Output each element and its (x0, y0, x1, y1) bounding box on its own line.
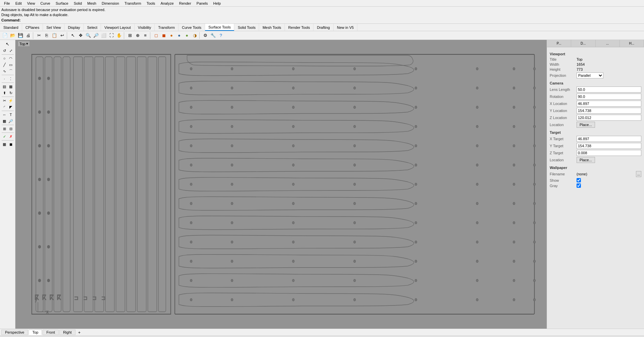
menu-view[interactable]: View (24, 1, 38, 6)
x-target-input[interactable] (577, 136, 641, 142)
arc-icon[interactable]: ◠ (8, 55, 14, 61)
split-icon[interactable]: ⚡ (8, 98, 14, 104)
hatch-icon[interactable]: ▩ (1, 118, 7, 124)
chamfer-icon[interactable]: ◤ (8, 104, 14, 110)
rp-tab-help[interactable]: H... (620, 40, 644, 47)
pan-icon[interactable]: ✋ (115, 32, 123, 39)
tab-render-tools[interactable]: Render Tools (285, 24, 314, 31)
viewport-area[interactable]: Top ▾ (15, 40, 547, 329)
menu-analyze[interactable]: Analyze (158, 1, 176, 6)
line-icon[interactable]: ╱ (1, 62, 7, 68)
tab-display[interactable]: Display (64, 24, 84, 31)
rotate-icon[interactable]: ↺ (1, 48, 7, 54)
select-tool-icon[interactable]: ↖ (1, 41, 14, 47)
tool1-icon[interactable]: ⚙ (202, 32, 209, 39)
menu-solid[interactable]: Solid (71, 1, 85, 6)
lens-length-input[interactable] (577, 87, 641, 93)
surface-pt-icon[interactable]: ▤ (1, 83, 7, 90)
rp-tab-display[interactable]: D... (571, 40, 595, 47)
copy-icon[interactable]: ⎘ (43, 32, 50, 39)
menu-help[interactable]: Help (210, 1, 224, 6)
tab-mesh-tools[interactable]: Mesh Tools (259, 24, 285, 31)
points-icon[interactable]: ⁚ (8, 76, 14, 82)
tab-set-view[interactable]: Set View (43, 24, 64, 31)
menu-tools[interactable]: Tools (144, 1, 158, 6)
menu-mesh[interactable]: Mesh (85, 1, 99, 6)
trim-icon[interactable]: ✂ (1, 98, 7, 104)
open-icon[interactable]: 📂 (9, 32, 16, 39)
tab-drafting[interactable]: Drafting (313, 24, 334, 31)
tab-add[interactable]: + (76, 330, 83, 335)
new-icon[interactable]: 📄 (1, 32, 9, 39)
curve-icon[interactable]: ∿ (1, 68, 7, 74)
tab-surface-tools[interactable]: Surface Tools (205, 24, 234, 31)
print-icon[interactable]: 🖨 (24, 32, 32, 39)
snap-icon[interactable]: ⊕ (134, 32, 141, 39)
projection-select[interactable]: Parallel Perspective (577, 72, 603, 78)
menu-file[interactable]: File (1, 1, 13, 6)
extrude-icon[interactable]: ⬆ (1, 90, 7, 96)
light-icon[interactable]: ● (183, 32, 191, 39)
y-location-input[interactable] (577, 108, 641, 114)
grid-icon[interactable]: ⊞ (126, 32, 134, 39)
zoom-in-icon[interactable]: 🔍 (85, 32, 92, 39)
revolve-icon[interactable]: ↻ (8, 90, 14, 96)
tab-new-in-v5[interactable]: New in V5 (334, 24, 357, 31)
tab-visibility[interactable]: Visibility (135, 24, 155, 31)
polyline-icon[interactable]: ⌒ (8, 68, 14, 74)
z-target-input[interactable] (577, 150, 641, 156)
show-checkbox[interactable] (577, 178, 581, 182)
tab-cplanes[interactable]: CPlanes (22, 24, 43, 31)
circle-icon[interactable]: ○ (1, 55, 7, 61)
tab-front[interactable]: Front (43, 330, 59, 335)
tab-top[interactable]: Top (29, 330, 42, 335)
help-tb-icon[interactable]: ? (217, 32, 225, 39)
mesh1-icon[interactable]: ▦ (1, 141, 7, 147)
zoom-extents-icon[interactable]: ⛶ (108, 32, 115, 39)
tab-curve-tools[interactable]: Curve Tools (179, 24, 205, 31)
menu-surface[interactable]: Surface (53, 1, 71, 6)
paste-icon[interactable]: 📋 (51, 32, 58, 39)
cplane2-icon[interactable]: ⊟ (8, 126, 14, 132)
render-sphere-icon[interactable]: ● (176, 32, 183, 39)
tab-viewport-layout[interactable]: Viewport Layout (101, 24, 135, 31)
material-icon[interactable]: ◑ (191, 32, 198, 39)
tab-perspective[interactable]: Perspective (1, 330, 28, 335)
tab-right[interactable]: Right (59, 330, 76, 335)
viewport-arrow[interactable]: ▾ (26, 42, 28, 46)
layers-icon[interactable]: ≡ (142, 32, 149, 39)
check-icon[interactable]: ✓ (1, 133, 7, 139)
rp-tab-other[interactable]: ... (596, 40, 620, 47)
surface2-icon[interactable]: ◼ (160, 32, 167, 39)
text-icon[interactable]: T (8, 112, 14, 118)
gray-checkbox[interactable] (577, 183, 581, 188)
rp-tab-properties[interactable]: P... (547, 40, 571, 47)
solid-icon[interactable]: ◼ (8, 141, 14, 147)
x-icon[interactable]: ✗ (8, 133, 14, 139)
point-icon[interactable]: · (1, 76, 7, 82)
camera-location-btn[interactable]: Place... (577, 122, 595, 128)
filename-browse-btn[interactable]: ... (636, 171, 641, 177)
menu-dimension[interactable]: Dimension (99, 1, 122, 6)
menu-render[interactable]: Render (177, 1, 194, 6)
save-icon[interactable]: 💾 (17, 32, 24, 39)
menu-panels[interactable]: Panels (194, 1, 211, 6)
mesh-pt-icon[interactable]: ▦ (8, 83, 14, 90)
dim-icon[interactable]: ↔ (1, 112, 7, 118)
tab-select[interactable]: Select (84, 24, 101, 31)
y-target-input[interactable] (577, 143, 641, 149)
scale-icon[interactable]: ⤢ (8, 48, 14, 54)
menu-edit[interactable]: Edit (13, 1, 24, 6)
sphere-icon[interactable]: ● (168, 32, 175, 39)
menu-transform[interactable]: Transform (122, 1, 144, 6)
surface1-icon[interactable]: ◻ (152, 32, 160, 39)
menu-curve[interactable]: Curve (38, 1, 53, 6)
detail-icon[interactable]: 🔎 (8, 118, 14, 124)
z-location-input[interactable] (577, 115, 641, 121)
rotation-input[interactable] (577, 94, 641, 100)
tab-standard[interactable]: Standard (0, 24, 22, 31)
zoom-window-icon[interactable]: ⬜ (100, 32, 107, 39)
zoom-out-icon[interactable]: 🔎 (92, 32, 100, 39)
grid2-icon[interactable]: ⊞ (1, 126, 7, 132)
tab-transform[interactable]: Transform (155, 24, 179, 31)
